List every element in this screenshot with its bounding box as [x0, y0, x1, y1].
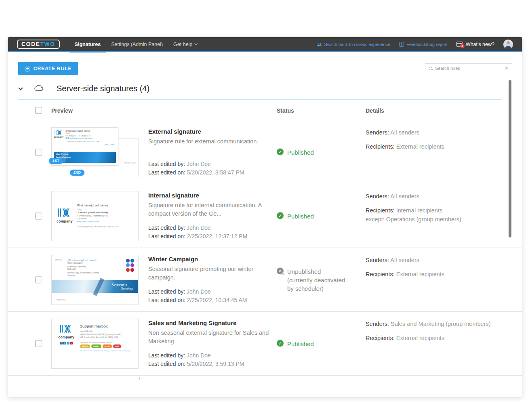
calendar-icon: 4 [456, 42, 463, 47]
edited-by-label: Last edited by: [148, 288, 185, 295]
logo-text: company [58, 335, 74, 340]
row-checkbox[interactable] [35, 340, 42, 347]
signature-preview-thumbnail[interactable]: company (First name) (Last name) (Title)… [51, 191, 139, 241]
linkedin-icon: in [63, 342, 66, 344]
tab-signatures[interactable]: Signatures [69, 37, 106, 52]
search-rules-box: ✕ [425, 63, 512, 73]
status-sub: (currently deactivated by scheduler) [287, 276, 345, 292]
collapse-chevron-icon[interactable] [18, 86, 23, 90]
instagram-icon [130, 263, 134, 267]
rule-details: Senders: All senders Recipients: Externa… [366, 256, 499, 279]
status-label: Published [287, 148, 314, 156]
tab-signatures-label: Signatures [75, 42, 101, 47]
edited-on-label: Last edited on: [148, 297, 185, 303]
search-input[interactable] [435, 66, 502, 71]
recipients-label: Recipients: [366, 335, 395, 341]
recipients-label: Recipients: [366, 207, 395, 214]
nav-tabs: Signatures Settings (Admin Panel) Get he… [69, 37, 203, 52]
facebook-icon [126, 259, 130, 262]
rule-description: Signature rule for internal communicatio… [148, 201, 269, 218]
clear-search-icon[interactable]: ✕ [505, 66, 509, 71]
status-label: Unpublished(currently deactivated by sch… [287, 267, 349, 292]
edited-by-label: Last edited by: [148, 161, 185, 167]
switch-classic-link[interactable]: ⇄ Switch back to classic experience [317, 42, 391, 47]
banner-line: Greetings [121, 287, 133, 291]
social-icon [104, 144, 106, 146]
row-checkbox[interactable] [35, 276, 42, 283]
rating-soso-button: SO-SO [103, 344, 112, 348]
switch-classic-label: Switch back to classic experience [324, 42, 390, 47]
vertical-scrollbar[interactable] [509, 80, 511, 237]
edited-by-value: John Doe [187, 352, 211, 359]
section-title: Server-side signatures (4) [57, 84, 149, 93]
preview-line: (Title) [77, 208, 135, 211]
twitter-icon [126, 263, 130, 267]
content-area: CREATE RULE ✕ Server-side signatures (4)… [8, 52, 522, 396]
preview-line: • email (E-mail) [80, 330, 135, 333]
rating-super-button: SUPER [80, 344, 90, 348]
status-main: Unpublished [287, 268, 321, 275]
rules-list: | 89404, USA company (First name) (Last … [8, 120, 522, 376]
published-check-icon [277, 212, 284, 219]
senders-label: Senders: [366, 193, 389, 200]
feedback-bubble-icon: ! [399, 42, 404, 47]
preview-line: • 22 Branding Blvd, Azure Hill, NV, 8940… [80, 336, 135, 339]
edited-by-label: Last edited by: [148, 352, 185, 359]
company-logo: company [54, 130, 63, 143]
preview-line: 22 Branding Blvd | Azure Hill, NV | 8940… [65, 141, 116, 143]
preview-line: (First name) (Last name) [77, 204, 135, 207]
rule-description: Signature rule for external communicatio… [148, 137, 269, 146]
rule-title[interactable]: External signature [148, 128, 269, 135]
row-checkbox[interactable] [35, 149, 42, 155]
rule-title[interactable]: Winter Campaign [148, 256, 269, 262]
rule-summary: External signature Signature rule for ex… [148, 128, 269, 177]
recipients-label: Recipients: [366, 271, 395, 277]
banner-line: Get IT done [56, 153, 116, 156]
published-check-icon [277, 340, 284, 346]
whats-new-button[interactable]: 4 What's new? [456, 42, 494, 47]
create-rule-label: CREATE RULE [34, 66, 72, 71]
select-all-checkbox[interactable] [35, 107, 42, 114]
preview-line: (First name) (Last name) [67, 259, 120, 262]
except-label: except: [366, 216, 385, 223]
rule-edit-info: Last edited by: John Doe Last edited on:… [148, 288, 247, 305]
preview-link: Click here to learn more how to integrat… [80, 350, 135, 352]
rule-summary: Internal signature Signature rule for in… [148, 192, 269, 241]
signature-preview-thumbnail[interactable]: (Hello ?) (First name) (Last name) (Titl… [51, 255, 139, 305]
edited-on-label: Last edited on: [148, 361, 185, 367]
rule-title[interactable]: Sales and Marketing Signature [148, 319, 269, 326]
feedback-link[interactable]: ! Feedback/bug report [399, 42, 448, 47]
tab-get-help[interactable]: Get help [168, 37, 202, 52]
next-row-edge [139, 377, 140, 380]
preview-line: P (Phone)(RT) | M (Mobile)(RT) [77, 214, 135, 217]
rating-bad-button: BAD [113, 344, 121, 348]
status-badge: Published [277, 339, 349, 348]
tab-settings-admin-panel[interactable]: Settings (Admin Panel) [106, 37, 168, 52]
edited-by-label: Last edited by: [148, 225, 185, 231]
social-icons-grid [124, 259, 135, 272]
preview-line: E (E-mail) [67, 268, 120, 271]
preview-line: | 89404, USA [124, 162, 136, 164]
pinterest-icon [130, 268, 134, 272]
rule-edit-info: Last edited by: John Doe Last edited on:… [148, 160, 244, 177]
preview-line: www.my-company.com [77, 220, 135, 223]
rule-details: Senders: Sales and Marketing (group memb… [366, 320, 499, 343]
table-row-internal-signature: company (First name) (Last name) (Title)… [8, 184, 522, 248]
rule-title[interactable]: Internal signature [148, 192, 269, 199]
edited-on-value: 2/25/2022, 12:37:12 PM [187, 233, 247, 239]
preview-line: 22 Branding Blvd | Azure Hill, NV | 8940… [77, 225, 135, 228]
plus-circle-icon [25, 66, 30, 71]
rule-summary: Sales and Marketing Signature Non-season… [148, 319, 269, 369]
recipients-value: Internal recipients [396, 207, 442, 214]
signature-preview-thumbnail[interactable]: company f in t ► Support mailbo [51, 319, 139, 369]
section-divider [18, 99, 502, 100]
preview-line: (Hello ?) [55, 259, 65, 277]
user-avatar[interactable] [503, 40, 513, 49]
create-rule-button[interactable]: CREATE RULE [18, 62, 78, 75]
tab-get-help-label: Get help [173, 42, 192, 47]
edited-on-label: Last edited on: [148, 169, 185, 176]
row-checkbox[interactable] [35, 212, 42, 219]
signature-preview-thumbnail[interactable]: | 89404, USA company (First name) (Last … [51, 127, 139, 177]
social-icon [106, 144, 108, 146]
senders-label: Senders: [366, 129, 389, 136]
